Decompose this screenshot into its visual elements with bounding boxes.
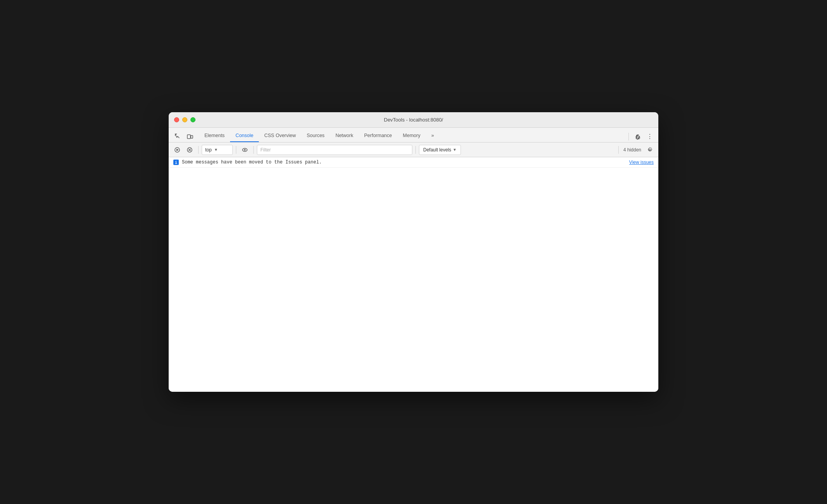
svg-text:i: i xyxy=(175,161,177,165)
console-message-row: i Some messages have been moved to the I… xyxy=(169,157,658,168)
settings-button[interactable] xyxy=(632,131,643,142)
context-selector[interactable]: top ▼ xyxy=(202,145,233,155)
vertical-dots-icon: ⋮ xyxy=(647,134,653,140)
clear-console-button[interactable] xyxy=(184,144,195,155)
console-message-text: Some messages have been moved to the Iss… xyxy=(182,160,626,165)
tab-memory[interactable]: Memory xyxy=(398,130,426,142)
log-levels-button[interactable]: Default levels ▼ xyxy=(419,145,461,155)
filter-input-wrapper xyxy=(257,145,412,155)
tab-elements[interactable]: Elements xyxy=(199,130,230,142)
levels-dropdown-arrow: ▼ xyxy=(453,148,457,152)
tab-css-overview[interactable]: CSS Overview xyxy=(259,130,301,142)
console-settings-button[interactable] xyxy=(644,144,655,155)
info-message-icon: i xyxy=(173,160,179,165)
console-content: i Some messages have been moved to the I… xyxy=(169,157,658,392)
execute-icon-button[interactable] xyxy=(172,144,183,155)
tabs: Elements Console CSS Overview Sources Ne… xyxy=(199,130,627,142)
tab-performance[interactable]: Performance xyxy=(359,130,398,142)
tab-bar-right-icons: ⋮ xyxy=(627,131,655,142)
tab-bar-left-icons xyxy=(172,131,196,142)
devtools-window: DevTools - localhost:8080/ Elements Cons xyxy=(169,112,658,392)
live-expressions-button[interactable] xyxy=(239,144,250,155)
traffic-lights xyxy=(174,117,195,122)
svg-rect-1 xyxy=(191,136,193,138)
filter-input[interactable] xyxy=(260,147,409,153)
view-issues-link[interactable]: View issues xyxy=(629,160,654,165)
tab-sources[interactable]: Sources xyxy=(301,130,330,142)
toolbar-right: 4 hidden xyxy=(617,144,655,155)
divider xyxy=(628,133,629,141)
toolbar-separator-3 xyxy=(253,146,254,154)
svg-marker-3 xyxy=(176,149,179,151)
device-icon-button[interactable] xyxy=(184,131,196,142)
levels-label: Default levels xyxy=(423,147,451,153)
title-bar: DevTools - localhost:8080/ xyxy=(169,112,658,128)
tab-more[interactable]: » xyxy=(426,130,440,142)
svg-point-8 xyxy=(244,149,246,151)
tab-console[interactable]: Console xyxy=(230,130,259,142)
toolbar-separator-5 xyxy=(618,146,619,154)
svg-rect-0 xyxy=(187,135,190,139)
toolbar-separator-1 xyxy=(198,146,199,154)
window-title: DevTools - localhost:8080/ xyxy=(384,117,443,123)
maximize-button[interactable] xyxy=(190,117,195,122)
minimize-button[interactable] xyxy=(182,117,187,122)
close-button[interactable] xyxy=(174,117,179,122)
console-toolbar: top ▼ Default levels ▼ 4 hidden xyxy=(169,143,658,157)
context-value: top xyxy=(205,147,212,153)
hidden-count: 4 hidden xyxy=(623,147,641,153)
tab-network[interactable]: Network xyxy=(330,130,359,142)
toolbar-separator-4 xyxy=(415,146,416,154)
toolbar-separator-2 xyxy=(236,146,236,154)
more-options-button[interactable]: ⋮ xyxy=(644,131,655,142)
inspect-icon-button[interactable] xyxy=(172,131,183,142)
tab-bar: Elements Console CSS Overview Sources Ne… xyxy=(169,128,658,143)
context-dropdown-arrow: ▼ xyxy=(214,148,218,152)
